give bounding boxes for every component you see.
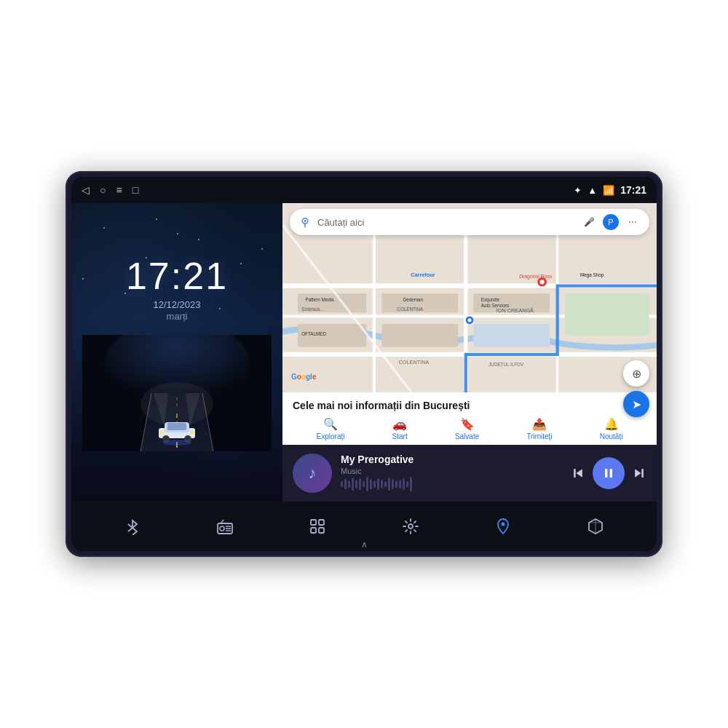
- map-nav-tabs: 🔍 Explorați 🚗 Start 🔖 Salvate: [293, 417, 646, 440]
- music-waveform: [341, 475, 562, 493]
- music-info: My Prerogative Music: [341, 454, 562, 493]
- song-title: My Prerogative: [341, 454, 562, 465]
- microphone-icon[interactable]: 🎤: [581, 214, 597, 230]
- svg-text:Carrefour: Carrefour: [411, 272, 435, 278]
- svg-rect-57: [610, 469, 612, 478]
- svg-text:Dedeman: Dedeman: [403, 297, 424, 302]
- map-search-bar[interactable]: Căutați aici 🎤 P ⋯: [290, 209, 649, 235]
- wave-bar: [392, 479, 394, 489]
- clock-date: 12/12/2023: [126, 299, 228, 310]
- wave-bar: [399, 480, 401, 488]
- tab-trimiteti[interactable]: 📤 Trimiteți: [526, 417, 552, 440]
- svg-text:Pattern Media: Pattern Media: [305, 297, 334, 302]
- tab-start[interactable]: 🚗 Start: [392, 417, 408, 440]
- svg-rect-27: [381, 324, 458, 347]
- wave-bar: [359, 478, 361, 490]
- grid-icon[interactable]: ⋯: [625, 214, 641, 230]
- radio-button[interactable]: [207, 508, 243, 545]
- wave-bar: [344, 479, 347, 489]
- svg-point-35: [540, 280, 545, 284]
- wave-bar: [388, 478, 390, 491]
- svg-text:JUDEȚUL ILFOV: JUDEȚUL ILFOV: [488, 362, 524, 368]
- nav-controls: ◁ ○ ≡ □: [82, 184, 138, 196]
- wave-bar: [395, 480, 397, 488]
- wave-bar: [341, 481, 343, 487]
- svg-point-8: [141, 382, 213, 426]
- search-actions: 🎤 P ⋯: [581, 214, 641, 230]
- lock-screen-panel: 17:21 12/12/2023 marți: [71, 203, 282, 502]
- svg-point-16: [162, 440, 191, 446]
- play-pause-button[interactable]: [593, 457, 625, 489]
- map-info-title: Cele mai noi informații din București: [293, 400, 646, 411]
- wave-bar: [348, 480, 350, 488]
- tab-explorati-label: Explorați: [317, 432, 345, 440]
- profile-icon[interactable]: P: [603, 214, 619, 230]
- map-info-panel: Cele mai noi informații din București 🔍 …: [282, 392, 657, 445]
- svg-point-37: [467, 318, 471, 322]
- maps-shortcut-button[interactable]: [485, 508, 521, 545]
- song-subtitle: Music: [341, 467, 562, 475]
- bottom-bar: ∧: [71, 502, 657, 551]
- locate-button[interactable]: ⊕: [623, 360, 649, 387]
- svg-text:COLENTINA: COLENTINA: [398, 359, 429, 365]
- start-icon: 🚗: [392, 417, 407, 431]
- wave-bar: [377, 478, 379, 490]
- svg-text:Șoseaua...: Șoseaua...: [301, 306, 323, 312]
- wave-bar: [410, 477, 412, 491]
- svg-rect-14: [159, 431, 164, 434]
- svg-point-53: [304, 220, 306, 222]
- home-icon[interactable]: ○: [100, 184, 106, 196]
- music-note-icon: ♪: [309, 464, 317, 483]
- svg-marker-58: [635, 469, 641, 478]
- navigate-button[interactable]: ➤: [623, 391, 649, 417]
- prev-button[interactable]: [571, 466, 585, 480]
- google-logo: Google: [291, 373, 316, 381]
- wave-bar: [363, 481, 365, 487]
- svg-text:ION CREANGĂ: ION CREANGĂ: [496, 307, 534, 314]
- google-maps-icon: [298, 215, 312, 229]
- svg-text:Mega Shop: Mega Shop: [580, 272, 604, 278]
- menu-icon[interactable]: ≡: [116, 184, 122, 196]
- svg-rect-55: [574, 469, 576, 478]
- signal-icon: 📶: [603, 185, 614, 196]
- svg-text:Exquisite: Exquisite: [481, 297, 500, 303]
- tab-salvate[interactable]: 🔖 Salvate: [455, 417, 479, 440]
- screenshot-icon[interactable]: □: [132, 184, 138, 196]
- wave-bar: [352, 478, 354, 491]
- back-icon[interactable]: ◁: [82, 184, 90, 196]
- svg-rect-29: [473, 324, 550, 347]
- wave-bar: [355, 480, 357, 488]
- share-icon: 📤: [532, 417, 547, 431]
- tab-explorati[interactable]: 🔍 Explorați: [317, 417, 345, 440]
- svg-rect-68: [311, 520, 316, 525]
- svg-point-73: [501, 523, 505, 526]
- apps-grid-button[interactable]: [299, 508, 336, 545]
- settings-button[interactable]: [392, 508, 429, 545]
- wave-bar: [406, 481, 408, 487]
- clock-section: 17:21 12/12/2023 marți: [126, 254, 228, 322]
- tab-salvate-label: Salvate: [455, 432, 479, 440]
- map-section[interactable]: ION CREANGĂ COLENTINA Șoseaua... Dedeman…: [282, 203, 657, 445]
- wave-bar: [381, 480, 383, 488]
- svg-text:COLENTINA: COLENTINA: [397, 306, 424, 312]
- svg-rect-59: [641, 469, 644, 478]
- svg-rect-15: [190, 431, 194, 434]
- next-button[interactable]: [632, 466, 646, 480]
- right-panel: ION CREANGĂ COLENTINA Șoseaua... Dedeman…: [282, 203, 657, 502]
- wifi-status-icon: ▲: [587, 185, 597, 196]
- status-indicators: ✦ ▲ 📶 17:21: [574, 184, 646, 196]
- navigate-icon: ➤: [632, 397, 641, 411]
- tab-noutati[interactable]: 🔔 Noutăți: [600, 417, 623, 440]
- bottom-chevron-icon[interactable]: ∧: [361, 539, 368, 550]
- svg-line-61: [128, 528, 132, 531]
- wave-bar: [403, 478, 405, 490]
- tab-trimiteti-label: Trimiteți: [526, 432, 552, 440]
- music-controls: [571, 457, 646, 489]
- svg-point-63: [220, 526, 224, 531]
- music-player: ♪ My Prerogative Music: [282, 445, 657, 502]
- bluetooth-button[interactable]: [114, 508, 151, 545]
- svg-rect-71: [319, 528, 324, 533]
- wave-bar: [366, 477, 368, 491]
- bluetooth-status-icon: ✦: [574, 185, 582, 196]
- cube-button[interactable]: [577, 508, 614, 545]
